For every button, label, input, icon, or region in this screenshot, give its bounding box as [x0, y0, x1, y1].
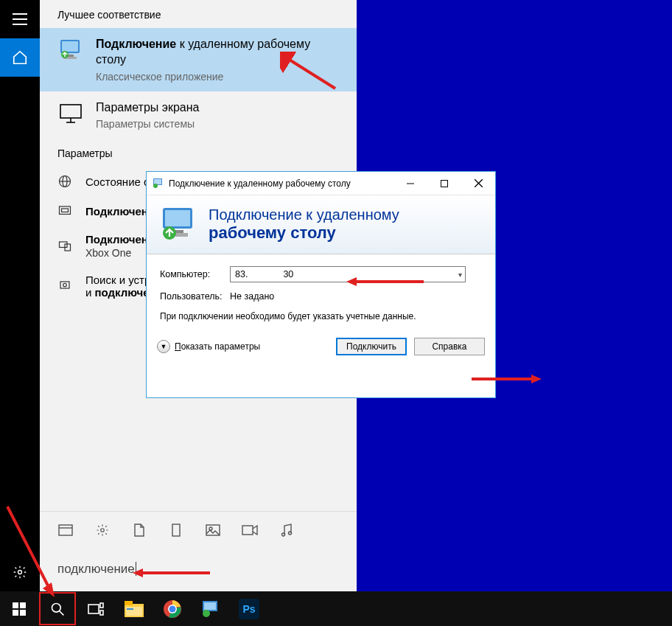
chevron-down-icon: ▾ [458, 271, 462, 279]
svg-rect-50 [100, 611, 103, 615]
credentials-note: При подключении необходимо будет указать… [160, 310, 482, 323]
svg-rect-38 [165, 210, 190, 226]
monitor-icon [57, 100, 84, 127]
user-label: Пользователь: [160, 291, 230, 302]
globe-icon [57, 174, 72, 189]
params-header: Параметры [40, 139, 357, 167]
search-icon [50, 602, 65, 616]
projection-icon [57, 204, 72, 218]
svg-rect-16 [62, 209, 69, 212]
svg-rect-42 [13, 602, 18, 608]
svg-point-57 [169, 605, 176, 612]
svg-rect-17 [60, 242, 68, 248]
user-value: Не задано [230, 291, 274, 302]
troubleshoot-icon [57, 279, 72, 293]
svg-point-20 [63, 284, 67, 288]
gear-icon [13, 565, 27, 580]
minimize-button[interactable] [393, 172, 427, 195]
expand-down-icon: ▼ [157, 340, 170, 353]
taskbar-explorer[interactable] [115, 591, 153, 626]
filter-apps-icon[interactable] [57, 522, 74, 538]
filter-music-icon[interactable] [279, 522, 295, 538]
svg-rect-27 [242, 526, 253, 535]
remote-desktop-icon [57, 37, 84, 63]
rdp-app-icon [153, 178, 164, 189]
filter-documents-icon[interactable] [131, 522, 147, 538]
search-input[interactable]: подключение [40, 549, 357, 591]
show-options-button[interactable]: ▼ Показать параметры [157, 340, 260, 353]
svg-rect-24 [172, 524, 180, 536]
svg-rect-59 [204, 602, 216, 610]
menu-icon [13, 13, 27, 25]
result-remote-desktop[interactable]: Подключение к удаленному рабочему столу … [40, 28, 357, 91]
svg-point-46 [52, 603, 61, 612]
svg-point-32 [153, 184, 158, 188]
svg-rect-21 [59, 525, 72, 535]
svg-marker-66 [531, 375, 542, 383]
svg-rect-44 [13, 610, 18, 616]
svg-rect-43 [20, 602, 26, 608]
file-explorer-icon [123, 598, 145, 620]
svg-rect-1 [13, 18, 27, 20]
svg-rect-5 [62, 41, 78, 52]
connect-button[interactable]: Подключить [336, 338, 407, 355]
taskbar-photoshop[interactable]: Ps [230, 591, 268, 626]
svg-rect-15 [60, 206, 71, 215]
rdp-taskbar-icon [200, 598, 222, 620]
svg-rect-19 [60, 282, 69, 288]
result-display-settings[interactable]: Параметры экрана Параметры системы [40, 91, 357, 139]
svg-rect-53 [126, 607, 142, 616]
svg-point-23 [101, 529, 105, 532]
rdp-dialog: Подключение к удаленному рабочему столу … [146, 171, 496, 398]
redacted-segment [248, 270, 283, 279]
help-button[interactable]: Справка [414, 338, 485, 355]
rdp-header-icon [158, 205, 198, 245]
svg-rect-48 [88, 605, 99, 613]
filter-videos-icon[interactable] [242, 522, 258, 538]
computer-label: Компьютер: [160, 269, 230, 279]
taskbar: Ps [0, 591, 672, 626]
windows-icon [13, 602, 26, 616]
svg-line-47 [60, 611, 64, 615]
best-match-header: Лучшее соответствие [40, 0, 357, 28]
chrome-icon [161, 598, 183, 620]
filter-settings-icon[interactable] [94, 522, 111, 538]
devices-icon [57, 239, 72, 254]
svg-point-60 [203, 610, 210, 617]
svg-point-28 [282, 533, 285, 536]
filter-folders-icon[interactable] [168, 522, 184, 538]
rdp-header: Подключение к удаленному рабочему столу [147, 195, 495, 254]
svg-rect-45 [20, 610, 26, 616]
svg-point-3 [18, 571, 22, 574]
filter-photos-icon[interactable] [205, 522, 221, 538]
task-view-icon [88, 602, 104, 616]
taskbar-rdp[interactable] [192, 591, 230, 626]
svg-rect-2 [13, 24, 27, 25]
hamburger-button[interactable] [0, 0, 40, 38]
settings-button[interactable] [0, 553, 40, 591]
home-icon [12, 49, 28, 66]
task-view-button[interactable] [77, 591, 115, 626]
svg-point-29 [289, 532, 292, 535]
maximize-button[interactable] [427, 172, 461, 195]
svg-rect-52 [125, 601, 133, 605]
computer-combobox[interactable]: 83.30 ▾ [230, 266, 466, 282]
filter-row [40, 511, 357, 549]
taskbar-chrome[interactable] [153, 591, 192, 626]
svg-rect-0 [13, 13, 27, 15]
taskbar-search-button[interactable] [38, 591, 77, 626]
svg-rect-54 [127, 608, 133, 610]
photoshop-icon: Ps [239, 599, 259, 619]
rdp-titlebar[interactable]: Подключение к удаленному рабочему столу [147, 172, 495, 195]
svg-rect-49 [100, 603, 103, 608]
home-button[interactable] [0, 38, 40, 77]
svg-rect-9 [60, 105, 81, 118]
start-button[interactable] [0, 591, 38, 626]
close-button[interactable] [461, 172, 495, 195]
svg-rect-31 [154, 179, 161, 184]
svg-point-26 [209, 527, 212, 530]
start-left-rail [0, 0, 40, 591]
svg-rect-34 [441, 180, 448, 187]
